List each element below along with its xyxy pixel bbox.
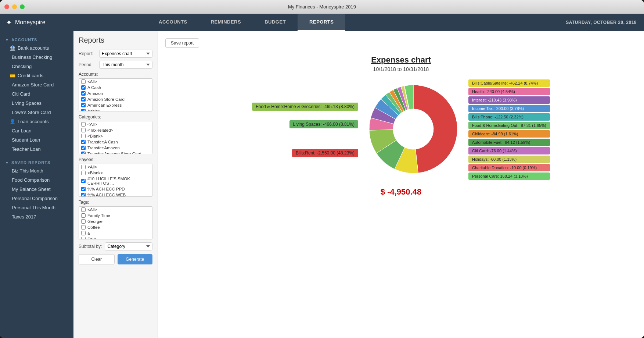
label-auto-fuel: Automobile:Fuel: -84.12 (1.59%): [468, 139, 550, 146]
account-checkbox-amazon-store[interactable]: [81, 97, 86, 102]
sidebar-item-teacher-loan[interactable]: Teacher Loan: [0, 145, 73, 154]
sidebar-item-bank-accounts[interactable]: 🏦 Bank accounts: [0, 43, 73, 53]
sidebar-item-living-spaces[interactable]: Living Spaces: [0, 99, 73, 108]
left-labels: Food & Home:Home & Groceries: -465.13 (8…: [252, 103, 358, 157]
cat-checkbox-taxrelated[interactable]: [81, 128, 86, 132]
sidebar-item-biz-this-month[interactable]: Biz This Month: [0, 166, 73, 175]
tag-label-all: <All>: [87, 207, 97, 212]
payee-item-all: <All>: [79, 164, 152, 170]
cat-checkbox-transfer-acash[interactable]: [81, 140, 86, 144]
tab-budget[interactable]: BUDGET: [253, 14, 298, 31]
sidebar-item-lowes-store-card[interactable]: Lowe's Store Card: [0, 108, 73, 117]
accounts-arrow: ▼: [5, 38, 9, 42]
period-select[interactable]: This month: [99, 61, 152, 69]
cat-label-taxrelated: <Tax-related>: [87, 128, 113, 132]
tag-checkbox-coffee[interactable]: [81, 225, 86, 230]
sidebar-item-my-balance-sheet[interactable]: My Balance Sheet: [0, 185, 73, 194]
account-checkbox-amazon[interactable]: [81, 91, 86, 96]
label-citi-card: Citi Card: -76.00 (1.44%): [468, 147, 550, 154]
sidebar-item-loan-accounts[interactable]: 👤 Loan accounts: [0, 117, 73, 126]
title-bar: My Finances - Moneyspire 2019: [0, 0, 644, 14]
window-title: My Finances - Moneyspire 2019: [288, 4, 356, 10]
tag-item-a: a: [79, 230, 152, 236]
report-chart-area: Expenses chart 10/1/2018 to 10/31/2018 F…: [165, 55, 637, 331]
cat-label-blank: <Blank>: [87, 134, 103, 138]
tab-reminders[interactable]: REMINDERS: [199, 14, 253, 31]
payee-checkbox-ach-ecc-web[interactable]: [81, 193, 86, 197]
sidebar-item-personal-comparison[interactable]: Personal Comparison: [0, 194, 73, 203]
tag-checkbox-a[interactable]: [81, 231, 86, 235]
close-button[interactable]: [4, 4, 9, 9]
cat-checkbox-transfer-amazon[interactable]: [81, 146, 86, 150]
account-checkbox-amex[interactable]: [81, 103, 86, 107]
cat-item-transfer-acash: Transfer:A Cash: [79, 139, 152, 145]
payee-checkbox-ach-ecc-ppd[interactable]: [81, 187, 86, 191]
tag-checkbox-all[interactable]: [81, 207, 86, 212]
payees-list[interactable]: <All> <Blank> #10 LUCILLE'S SMOK CERRITO…: [79, 164, 152, 197]
cat-checkbox-all[interactable]: [81, 122, 86, 127]
sidebar-item-checking[interactable]: Checking: [0, 62, 73, 71]
tab-accounts[interactable]: ACCOUNTS: [147, 14, 199, 31]
checking-label: Checking: [12, 64, 32, 69]
personal-this-month-label: Personal This Month: [12, 205, 55, 210]
donut-svg: [366, 81, 461, 177]
account-checkbox-all[interactable]: [81, 79, 86, 84]
my-balance-sheet-label: My Balance Sheet: [12, 186, 51, 192]
cat-item-transfer-amazon: Transfer:Amazon: [79, 145, 152, 151]
clear-button[interactable]: Clear: [79, 254, 115, 264]
content-area: Reports Report: Expenses chart Period: T…: [73, 31, 644, 338]
tag-checkbox-family[interactable]: [81, 213, 86, 218]
account-item-all: <All>: [79, 79, 152, 85]
save-report-button[interactable]: Save report: [165, 38, 199, 48]
label-food-home-groceries: Food & Home:Home & Groceries: -465.13 (8…: [252, 103, 358, 111]
sidebar-item-food-comparison[interactable]: Food Comparison: [0, 175, 73, 185]
payee-checkbox-lucille[interactable]: [81, 179, 86, 183]
payee-label-blank: <Blank>: [87, 171, 103, 175]
accounts-list[interactable]: <All> A Cash Amazon Amazon Store Card Am…: [79, 78, 152, 111]
sidebar-item-personal-this-month[interactable]: Personal This Month: [0, 203, 73, 212]
label-food-eating-out: Food & Home:Eating Out: -87.31 (1.65%): [468, 122, 550, 129]
label-charitable: Charitable Donation: -10.00 (0.19%): [468, 164, 550, 171]
subtotal-select[interactable]: Category: [105, 242, 152, 250]
generate-button[interactable]: Generate: [118, 254, 153, 264]
tag-label-split: Split: [87, 237, 96, 239]
sidebar-item-car-loan[interactable]: Car Loan: [0, 126, 73, 135]
maximize-button[interactable]: [20, 4, 25, 9]
payee-label-ach-ecc-ppd: %% ACH ECC PPD: [87, 187, 125, 191]
cat-label-transfer-amazon: Transfer:Amazon: [87, 146, 120, 150]
nav-bar: ✦ Moneyspire ACCOUNTS REMINDERS BUDGET R…: [0, 14, 644, 31]
cat-checkbox-blank[interactable]: [81, 134, 86, 138]
tags-list[interactable]: <All> Family Time Georgie Coffee a: [79, 206, 152, 239]
total-amount: $ -4,950.48: [381, 187, 421, 197]
account-checkbox-acash[interactable]: [81, 85, 86, 90]
sidebar-item-citi-card[interactable]: Citi Card: [0, 89, 73, 99]
report-row: Report: Expenses chart: [79, 50, 152, 58]
taxes-2017-label: Taxes 2017: [12, 214, 36, 220]
label-bills-rent: Bills:Rent: -2,550.00 (48.23%): [292, 149, 358, 157]
tag-checkbox-georgie[interactable]: [81, 219, 86, 224]
payee-item-lucille: #10 LUCILLE'S SMOK CERRITOS ...: [79, 176, 152, 186]
report-select[interactable]: Expenses chart: [99, 50, 152, 58]
account-checkbox-ashley[interactable]: [81, 109, 86, 111]
sidebar-item-taxes-2017[interactable]: Taxes 2017: [0, 212, 73, 221]
logo: ✦ Moneyspire: [6, 18, 46, 27]
period-label: Period:: [79, 62, 97, 67]
tab-reports[interactable]: REPORTS: [298, 14, 345, 31]
payee-checkbox-all[interactable]: [81, 165, 86, 169]
account-label-amex: American Express: [87, 103, 122, 107]
tag-item-all: <All>: [79, 207, 152, 213]
payee-checkbox-blank[interactable]: [81, 171, 86, 175]
cat-checkbox-transfer-amazon-store[interactable]: [81, 152, 86, 154]
account-item-acash: A Cash: [79, 85, 152, 90]
sidebar-item-credit-cards[interactable]: 💳 Credit cards: [0, 71, 73, 80]
minimize-button[interactable]: [12, 4, 17, 9]
categories-list[interactable]: <All> <Tax-related> <Blank> Transfer:A C…: [79, 121, 152, 154]
app-window: My Finances - Moneyspire 2019 ✦ Moneyspi…: [0, 0, 644, 338]
tag-item-coffee: Coffee: [79, 224, 152, 230]
payee-label-ach-ecc-web: %% ACH ECC WEB: [87, 193, 126, 197]
sidebar-item-student-loan[interactable]: Student Loan: [0, 135, 73, 145]
right-labels: Bills:Cable/Satellite: -462.24 (8.74%) H…: [468, 79, 550, 180]
tag-checkbox-split[interactable]: [81, 237, 86, 239]
sidebar-item-business-checking[interactable]: Business Checking: [0, 53, 73, 62]
sidebar-item-amazon-store-card[interactable]: Amazon Store Card: [0, 80, 73, 89]
